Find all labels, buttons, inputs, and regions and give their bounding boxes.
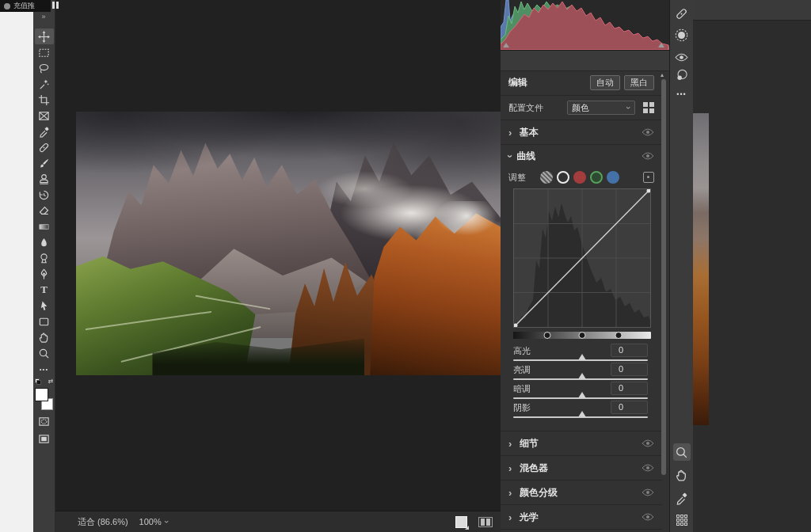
quick-mask-button[interactable] [35,413,54,429]
slider-value[interactable]: 0 [611,363,648,376]
white-balance-tool-button[interactable] [673,489,691,507]
section-curve[interactable]: › 曲线 [501,145,662,167]
profile-select[interactable]: 颜色 › [567,101,635,115]
spot-healing-tool[interactable] [35,139,54,155]
lasso-tool[interactable] [35,60,54,76]
slider-thumb[interactable] [578,354,586,360]
before-after-view-icon[interactable] [478,517,493,527]
blur-tool[interactable] [35,234,54,250]
zoom-tool[interactable] [35,345,54,361]
photo-preview[interactable] [76,112,501,375]
curve-region-split-strip[interactable] [513,332,651,339]
slider-thumb[interactable] [578,392,586,398]
marquee-tool[interactable] [35,44,54,60]
section-mixer[interactable]: › 混色器 [501,456,662,480]
hand-tool[interactable] [35,329,54,345]
photo-cliff-snow [432,201,501,238]
preview-toggle-icon[interactable] [455,516,467,528]
eyedropper-tool[interactable] [35,124,54,139]
region-split-dot[interactable] [615,332,623,339]
red-eye-tool-button[interactable] [673,48,691,66]
visibility-eye-icon[interactable] [642,152,654,160]
edit-toolbar-button[interactable]: ••• [35,361,54,377]
chevron-down-icon: › [504,154,516,158]
healing-tool-button[interactable] [673,5,691,22]
scrollbar-up-icon[interactable]: ▴ [661,71,664,78]
bw-button[interactable]: 黑白 [624,75,654,90]
chevron-right-icon: › [508,487,520,499]
chevron-right-icon: › [508,127,520,139]
default-colors-icon[interactable] [35,378,41,385]
fit-zoom-label: 适合 (86.6%) [78,516,128,528]
brush-tool[interactable] [35,155,54,171]
visibility-eye-icon[interactable] [642,439,654,447]
zoom-tool-button[interactable] [673,443,691,461]
point-curve-icon[interactable] [557,171,569,184]
slider-label: 高光 [513,345,531,357]
slider-value[interactable]: 0 [611,401,648,414]
green-channel-icon[interactable] [590,171,603,184]
acr-tool-strip: ••• [669,0,693,532]
fit-zoom-button[interactable]: 适合 (86.6%) [78,516,128,528]
history-brush-tool[interactable] [35,187,54,203]
zoom-level-select[interactable]: 100% › [139,517,169,526]
dodge-tool[interactable] [35,250,54,266]
panel-scrollbar[interactable] [661,79,666,475]
move-tool[interactable] [35,28,54,44]
auto-button[interactable]: 自动 [590,75,620,90]
more-options-button[interactable]: ••• [673,86,691,103]
slider-value[interactable]: 0 [611,382,648,395]
visibility-eye-icon[interactable] [642,464,654,472]
red-channel-icon[interactable] [573,171,586,184]
hand-tool-button[interactable] [673,466,691,484]
crop-tool[interactable] [35,92,54,108]
section-color-grading[interactable]: › 颜色分级 [501,481,662,504]
pen-tool[interactable] [35,266,54,282]
photoshop-window-behind [693,0,811,532]
background-window [0,0,33,532]
screen-mode-button[interactable] [35,431,54,446]
eraser-tool[interactable] [35,203,54,218]
browse-profiles-icon[interactable] [643,102,654,113]
slider-highlights: 高光 0 [513,345,651,364]
color-swatch-controls[interactable]: ⇄ [35,378,54,385]
region-split-dot[interactable] [543,332,550,339]
grid-toggle-button[interactable] [673,511,691,529]
chevron-down-icon: › [624,106,634,109]
parametric-curve-icon[interactable] [540,171,553,184]
toolbar-expand-icon[interactable]: » [33,11,55,22]
clone-stamp-tool[interactable] [35,171,54,187]
presets-button[interactable] [673,66,691,84]
shadow-clipping-icon[interactable] [503,43,509,48]
object-selection-tool[interactable] [35,76,54,92]
slider-thumb[interactable] [578,373,586,379]
highlight-clipping-icon[interactable] [658,43,664,48]
visibility-eye-icon[interactable] [642,513,654,521]
tone-curve-graph[interactable] [513,188,651,328]
edit-header-row: 编辑 自动 黑白 [501,70,662,95]
visibility-eye-icon[interactable] [642,128,654,136]
acr-preview-canvas[interactable] [55,0,501,511]
foreground-color-swatch[interactable] [35,388,48,401]
foreground-background-swatches[interactable] [34,386,55,410]
path-selection-tool[interactable] [35,298,54,314]
browser-tab-bar[interactable]: 充值推 [0,0,51,12]
blue-channel-icon[interactable] [607,171,619,184]
profile-value: 颜色 [572,102,589,114]
shape-tool[interactable] [35,314,54,329]
gradient-tool[interactable] [35,218,54,234]
histogram[interactable] [501,0,669,51]
frame-tool[interactable] [35,108,54,124]
swap-colors-icon[interactable]: ⇄ [48,378,54,385]
region-split-dot[interactable] [579,332,586,339]
section-optics[interactable]: › 光学 [501,505,662,529]
slider-value[interactable]: 0 [611,344,648,357]
targeted-adjustment-icon[interactable] [643,172,654,183]
acr-edit-panel: 编辑 自动 黑白 配置文件 颜色 › › 基本 › 曲线 [501,0,669,532]
section-detail[interactable]: › 细节 [501,431,662,455]
section-basic[interactable]: › 基本 [501,120,662,144]
type-tool[interactable]: T [35,282,54,298]
slider-thumb[interactable] [578,411,586,417]
visibility-eye-icon[interactable] [642,488,654,496]
masking-tool-button[interactable] [673,26,691,44]
